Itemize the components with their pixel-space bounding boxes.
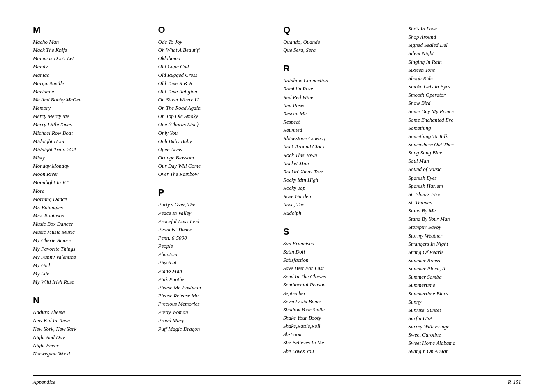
section-2-2: SSan FranciscoSatin DollSatisfactionSave… xyxy=(283,226,396,355)
song-item: Only You xyxy=(158,129,271,137)
song-item: Marianne xyxy=(33,88,146,96)
song-item: Rose, The xyxy=(283,201,396,209)
song-item: September xyxy=(283,289,396,297)
section-3-0: She's In LoveShop AroundSigned Sealed De… xyxy=(409,25,522,356)
song-item: Sound of Music xyxy=(409,165,522,173)
song-item: Stompin' Savoy xyxy=(409,223,522,231)
song-item: Red Roses xyxy=(283,101,396,110)
song-item: Precious Memories xyxy=(158,300,271,308)
section-letter-Q: Q xyxy=(283,25,396,35)
footer-right-label: P. 151 xyxy=(508,379,521,385)
song-item: Rock This Town xyxy=(283,151,396,159)
song-item: Night Fever xyxy=(33,341,146,350)
song-item: Shake,Rattle,Roll xyxy=(283,322,396,330)
song-item: Our Day Will Come xyxy=(158,162,271,170)
song-item: St. Thomas xyxy=(409,198,522,207)
song-item: String Of Pearls xyxy=(409,248,522,256)
song-item: Pink Panther xyxy=(158,275,271,284)
song-item: Stand By Me xyxy=(409,207,522,215)
song-item: Phantom xyxy=(158,250,271,258)
section-letter-P: P xyxy=(158,187,271,198)
page-footer: Appendice P. 151 xyxy=(33,375,521,385)
section-letter-O: O xyxy=(158,25,271,35)
song-item: Stormy Weather xyxy=(409,232,522,240)
column-2: QQuando, QuandoQue Sera, SeraRRainbow Co… xyxy=(283,25,409,367)
section-2-1: RRainbow ConnectionRamblin RoseRed Red W… xyxy=(283,63,396,217)
song-item: Oklahoma xyxy=(158,54,271,62)
song-item: Monday Monday xyxy=(33,162,146,170)
song-item: Ode To Joy xyxy=(158,38,271,46)
song-item: New York, New York xyxy=(33,325,146,333)
song-item: Peanuts' Theme xyxy=(158,226,271,234)
song-item: Sleigh Ride xyxy=(409,74,522,83)
section-0-0: MMacho ManMack The KnifeMammas Don't Let… xyxy=(33,25,146,286)
section-1-0: OOde To JoyOh What A BeautiflOklahomaOld… xyxy=(158,25,271,178)
song-item: Rudolph xyxy=(283,209,396,217)
song-item: Piano Man xyxy=(158,267,271,275)
song-item: Respect xyxy=(283,118,396,126)
song-item: Rose Garden xyxy=(283,192,396,201)
song-item: Open Arms xyxy=(158,145,271,154)
song-item: Sh-Boom xyxy=(283,330,396,339)
song-item: Quando, Quando xyxy=(283,38,396,46)
song-item: Shop Around xyxy=(409,33,522,41)
song-item: Shadow Your Smile xyxy=(283,306,396,314)
song-item: Old Time R & R xyxy=(158,79,271,88)
song-item: Satin Doll xyxy=(283,248,396,256)
song-item: Sweet Caroline xyxy=(409,331,522,339)
song-item: Rhinestone Cowboy xyxy=(283,134,396,143)
song-item: Sweet Home Alabama xyxy=(409,339,522,347)
song-item: Snow Bird xyxy=(409,99,522,107)
footer-left-label: Appendice xyxy=(33,379,55,385)
song-item: More xyxy=(33,187,146,195)
song-item: My Cherie Amore xyxy=(33,236,146,244)
song-item: Old Time Religion xyxy=(158,88,271,96)
song-item: Reunited xyxy=(283,126,396,134)
song-item: Margaritaville xyxy=(33,79,146,88)
song-item: Send In The Clowns xyxy=(283,272,396,281)
song-item: Summer Samba xyxy=(409,273,522,281)
section-letter-M: M xyxy=(33,25,146,35)
song-item: Music Music Music xyxy=(33,228,146,236)
song-item: Merry Little Xmas xyxy=(33,120,146,129)
song-item: Over The Rainbow xyxy=(158,170,271,178)
song-item: Mandy xyxy=(33,62,146,71)
song-item: Swingin On A Star xyxy=(409,347,522,355)
song-item: Spanish Harlem xyxy=(409,182,522,190)
song-item: Rocky Mtn High xyxy=(283,176,396,184)
song-item: Orange Blossom xyxy=(158,154,271,162)
song-item: Surrey With Fringe xyxy=(409,323,522,331)
song-item: Somewhere Out Ther xyxy=(409,141,522,149)
song-item: My Funny Valentine xyxy=(33,253,146,261)
song-item: Red Red Wine xyxy=(283,93,396,101)
song-item: Signed Sealed Del xyxy=(409,41,522,49)
song-item: Music Box Dancer xyxy=(33,220,146,228)
song-item: Mack The Knife xyxy=(33,46,146,54)
song-item: Strangers In Night xyxy=(409,240,522,248)
song-item: Memory xyxy=(33,104,146,112)
song-item: Please Release Me xyxy=(158,292,271,300)
song-item: Que Sera, Sera xyxy=(283,46,396,54)
song-item: Party's Over, The xyxy=(158,201,271,209)
song-item: Moonlight In VT xyxy=(33,178,146,187)
song-item: My Girl xyxy=(33,261,146,270)
song-item: Peaceful Easy Feel xyxy=(158,217,271,226)
song-item: Smooth Operator xyxy=(409,91,522,99)
song-item: Penn. 6-5000 xyxy=(158,234,271,242)
song-item: Summertime xyxy=(409,281,522,289)
song-item: She Loves You xyxy=(283,347,396,355)
song-item: Rockin' Xmas Tree xyxy=(283,168,396,176)
song-item: Misty xyxy=(33,154,146,162)
song-item: Spanish Eyes xyxy=(409,174,522,182)
song-item: My Wild Irish Rose xyxy=(33,278,146,286)
column-1: OOde To JoyOh What A BeautiflOklahomaOld… xyxy=(158,25,284,367)
section-2-0: QQuando, QuandoQue Sera, Sera xyxy=(283,25,396,54)
song-item: Rescue Me xyxy=(283,110,396,118)
song-item: Sixteen Tons xyxy=(409,66,522,74)
song-item: Sunrise, Sunset xyxy=(409,306,522,314)
song-item: Sunny xyxy=(409,298,522,306)
song-item: One (Chorus Line) xyxy=(158,120,271,129)
song-item: Proud Mary xyxy=(158,316,271,325)
song-item: Mr. Bojangles xyxy=(33,203,146,212)
song-item: On Top Ole Smoky xyxy=(158,112,271,120)
